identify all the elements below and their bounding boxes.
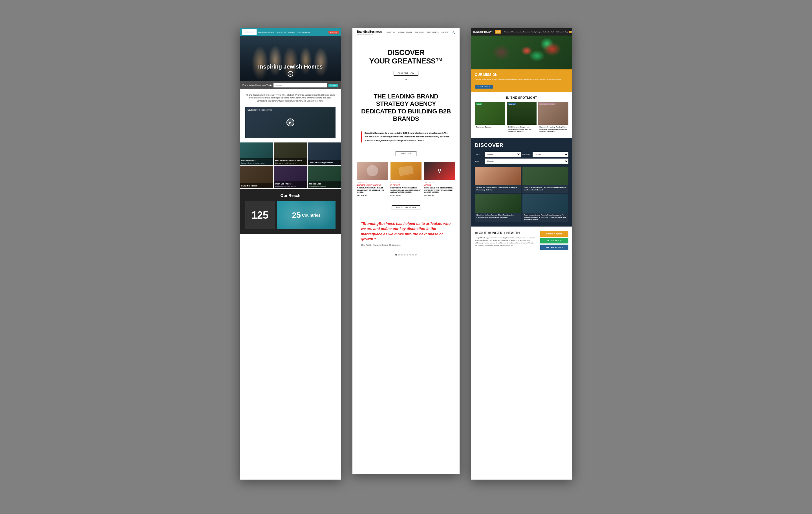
moishe-reach-big-number: 125: [252, 209, 268, 221]
moishe-nav-what[interactable]: What We Do: [277, 31, 286, 33]
bb-nav-insights[interactable]: B2B INSIGHTS: [427, 31, 438, 34]
bb-case-2[interactable]: V CASE STUDY VICTRA GALVANIZING AND CELE…: [424, 162, 455, 196]
hh-discover-label-2: looking for: [522, 154, 531, 155]
moishe-nav-house[interactable]: From Our House: [297, 31, 310, 33]
moishe-nav-about[interactable]: About Us: [288, 31, 295, 33]
hh-discover-item-0[interactable]: BLOG POST Behind the Scenes of One Food …: [475, 167, 521, 193]
hh-nav-work[interactable]: Explore Our Work: [543, 31, 554, 33]
hh-mission-title: OUR MISSION: [475, 73, 569, 77]
hh-nav-understand[interactable]: Understand Food Insecurity: [504, 31, 522, 33]
hh-nav-recipes[interactable]: Healthy Recipes: [531, 31, 541, 33]
hh-nav-resources[interactable]: Resources: [523, 31, 530, 33]
hh-logo-hunger: HUNGER: [473, 31, 483, 33]
moishe-grid-item-1[interactable]: Moishe House Without Walls Build your ow…: [274, 142, 307, 165]
bb-case-tag-2: CASE STUDY: [424, 182, 455, 183]
bb-find-out-btn[interactable]: FIND OUT HOW: [394, 71, 418, 76]
hh-mission: OUR MISSION Educate, connect and engage …: [471, 70, 572, 92]
moishe-grid-item-5[interactable]: Moishe Labs Learn about new initiatives: [308, 166, 341, 188]
bb-read-more-2[interactable]: READ MORE: [424, 195, 455, 196]
bb-dot-4[interactable]: [407, 254, 408, 255]
hh-discover-body-0: Behind the Scenes of One Food Bank's Jou…: [475, 185, 521, 193]
hh-search-button[interactable]: 🔍: [569, 31, 572, 33]
hh-about-buttons: SUBMIT A RECIPE FIND A RESOURCE PARTNER …: [540, 231, 569, 250]
moishe-search-label: Find a Moishe House Near You ▶: [242, 84, 272, 86]
moishe-grid-title-2: Jewish Learning Retreats: [309, 161, 340, 164]
hunger-health-card: HUNGER + HEALTH Feeding America Understa…: [471, 28, 572, 480]
bb-dot-5[interactable]: [409, 254, 411, 255]
bb-dot-2[interactable]: [401, 254, 403, 255]
hh-spotlight-item-0[interactable]: RECIPE Beans and Greens: [475, 102, 505, 134]
moishe-grid-title-1: Moishe House Without Walls: [275, 159, 306, 162]
moishe-reach-map: 25 Countries: [277, 201, 336, 229]
bb-case-desc-0: A COMMUNITY HEALTH IMPACT BRAND BUILT TO…: [357, 187, 388, 193]
hh-partner-button[interactable]: PARTNER WITH US: [540, 245, 569, 250]
bb-dot-1[interactable]: [398, 254, 400, 255]
moishe-search-input[interactable]: [273, 83, 327, 87]
hh-nav-blog[interactable]: Blog: [565, 31, 568, 33]
hh-discover-grid: BLOG POST Behind the Scenes of One Food …: [475, 167, 569, 222]
moishe-grid-item-4[interactable]: Open Dor Project Explore ways to engage …: [274, 166, 307, 188]
bb-about-button[interactable]: ABOUT US: [396, 151, 416, 156]
moishe-grid-item-3[interactable]: Camp Nai Nai Nai: [240, 166, 273, 188]
moishe-donate-button[interactable]: DONATE: [328, 31, 339, 33]
bb-nav-approach[interactable]: OUR APPROACH: [398, 31, 412, 34]
bb-case-0[interactable]: CASE STUDY ANCHORUM ST. VINCENT A COMMUN…: [357, 162, 388, 196]
bb-nav-about[interactable]: ABOUT US: [387, 31, 396, 34]
moishe-grid-sub-5: Learn about new initiatives: [309, 185, 340, 187]
bb-logo-sub: Silicon B2B Branding Agency: [357, 33, 382, 35]
moishe-grid-sub-1: Build your own Jewish community: [275, 162, 306, 164]
moishe-video[interactable]: ▶ WELCOME TO MOISHE HOUSE: [245, 107, 336, 138]
hh-discover-item-3[interactable]: BLOG POST Food Insecurity and Poverty Ra…: [522, 194, 569, 222]
hh-discover-item-1[interactable]: EDUCATIONAL MATERIAL Child Summer Hunger…: [522, 167, 569, 193]
bb-view-all: VIEW ALL CASE STUDIES: [352, 202, 460, 216]
hh-spotlight-item-2[interactable]: EDUCATIONAL MATERIAL Nutrition for Livin…: [538, 102, 569, 134]
hh-spotlight-tag-1: BLOG POST: [508, 103, 516, 105]
bb-case-1[interactable]: CASE STUDY ELSEVIER POSITIONING A TIME-H…: [390, 162, 422, 196]
hh-discover-select-3[interactable]: Choose...: [485, 159, 569, 164]
hh-discover-row-1: I am a Choose... looking for Choose...: [475, 152, 569, 157]
hh-learn-more-button[interactable]: LEARN MORE >: [475, 85, 493, 88]
moishe-hero: Inspiring Jewish Homes ▶: [240, 36, 341, 81]
hh-discover-item-2[interactable]: BLOG POST Nutrition Kitchen: Turning Cli…: [475, 194, 521, 222]
hh-discover-form: I am a Choose... looking for Choose... a…: [475, 152, 569, 164]
hh-discover-select-2[interactable]: Choose...: [532, 152, 569, 157]
bb-search-icon[interactable]: 🔍: [452, 31, 455, 34]
bb-view-all-button[interactable]: VIEW ALL CASE STUDIES: [392, 206, 420, 210]
bb-dot-7[interactable]: [415, 254, 417, 255]
moishe-video-play[interactable]: ▶: [286, 118, 294, 126]
bb-logo: BrandingBusiness: [357, 30, 382, 33]
bb-cases: CASE STUDY ANCHORUM ST. VINCENT A COMMUN…: [352, 162, 460, 202]
moishe-search-button[interactable]: SUBMIT: [328, 84, 338, 87]
bb-nav-work[interactable]: OUR WORK: [414, 31, 424, 34]
moishe-nav-find[interactable]: Find a Moishe House: [258, 31, 274, 33]
bb-read-more-0[interactable]: READ MORE: [357, 195, 388, 196]
hh-submit-recipe-button[interactable]: SUBMIT A RECIPE: [540, 231, 569, 237]
bb-dot-0[interactable]: [395, 254, 397, 255]
hh-spotlight-grid: RECIPE Beans and Greens BLOG POST Child …: [475, 102, 569, 134]
moishe-grid-title-0: Moishe Houses: [241, 159, 272, 162]
bb-dot-6[interactable]: [412, 254, 414, 255]
hh-nav: HUNGER + HEALTH Feeding America Understa…: [471, 28, 572, 35]
hh-discover-select-1[interactable]: Choose...: [485, 152, 521, 157]
hh-discover-label-3: about: [475, 160, 483, 162]
moishe-grid-item-2[interactable]: Jewish Learning Retreats: [308, 142, 341, 165]
bb-quote-text: "BrandingBusiness has helped us to artic…: [361, 221, 451, 242]
hh-nav-involved[interactable]: Get Involved: [555, 31, 563, 33]
hh-spotlight-item-1[interactable]: BLOG POST Child Summer Hunger – A Collec…: [506, 102, 537, 134]
hh-find-resource-button[interactable]: FIND A RESOURCE: [540, 238, 569, 243]
bb-nav-links: ABOUT US OUR APPROACH OUR WORK B2B INSIG…: [387, 31, 455, 34]
bb-dot-3[interactable]: [404, 254, 405, 255]
hh-spotlight-caption-0: Beans and Greens: [475, 125, 505, 130]
bb-case-client-2: VICTRA: [424, 184, 455, 186]
hh-discover-title-2: Nutrition Kitchen: Turning Client Feedba…: [476, 214, 519, 219]
bb-case-tag-0: CASE STUDY: [357, 182, 388, 183]
moishe-grid-item-0[interactable]: Moishe Houses Connect · 75 communities, …: [240, 142, 273, 165]
hh-discover-row-2: about Choose...: [475, 159, 569, 164]
bb-read-more-1[interactable]: READ MORE: [390, 195, 422, 196]
bb-cases-grid: CASE STUDY ANCHORUM ST. VINCENT A COMMUN…: [357, 162, 455, 196]
bb-case-desc-2: GALVANIZING AND CELEBRATING A UNIFIED CU…: [424, 187, 455, 193]
moishe-play-button[interactable]: ▶: [288, 71, 293, 77]
bb-nav-contact[interactable]: CONTACT: [441, 31, 450, 34]
moishe-grid: Moishe Houses Connect · 75 communities, …: [240, 142, 341, 188]
bb-dots: [352, 252, 460, 258]
